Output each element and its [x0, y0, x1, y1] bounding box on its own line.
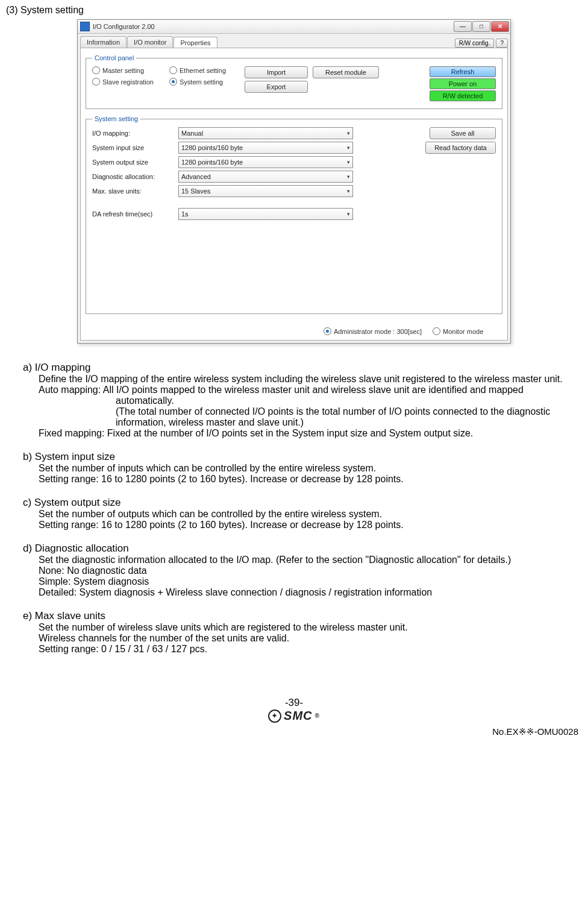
admin-mode-label: Administrator mode : 300[sec] [334, 328, 422, 335]
power-on-status: Power on [430, 78, 496, 89]
smc-logo-icon: ✦ [268, 710, 281, 723]
desc-a-fixed: Fixed mapping: Fixed at the number of I/… [39, 428, 582, 439]
control-panel-fieldset: Control panel Master setting Ethernet se… [86, 54, 502, 109]
reset-module-button[interactable]: Reset module [313, 66, 379, 78]
maximize-button[interactable]: □ [472, 21, 490, 32]
tabs-row: Information I/O monitor Properties R/W c… [78, 34, 510, 48]
radio-admin-mode[interactable]: Administrator mode : 300[sec] [324, 327, 422, 335]
radio-icon [324, 327, 331, 335]
tab-io-monitor[interactable]: I/O monitor [127, 36, 173, 48]
import-button[interactable]: Import [245, 66, 308, 78]
desc-b-title: b) System input size [23, 451, 582, 463]
radio-monitor-mode[interactable]: Monitor mode [433, 327, 499, 335]
window-title: I/O Configurator 2.00 [93, 23, 453, 30]
window-controls: — □ ✕ [453, 21, 509, 32]
system-input-size-dropdown[interactable]: 1280 points/160 byte [178, 142, 353, 154]
desc-d-p4: Detailed: System diagnosis + Wireless sl… [39, 587, 582, 598]
desc-e-p3: Setting range: 0 / 15 / 31 / 63 / 127 pc… [39, 644, 582, 655]
radio-label-text: System setting [180, 78, 223, 86]
app-window: I/O Configurator 2.00 — □ ✕ Information … [77, 19, 511, 344]
desc-c-p2: Setting range: 16 to 1280 points (2 to 1… [39, 520, 582, 530]
radio-system-setting[interactable]: System setting [169, 78, 236, 86]
document-number: No.EX※※-OMU0028 [6, 726, 578, 737]
desc-d-p2: None: No diagnostic data [39, 565, 582, 576]
save-all-button[interactable]: Save all [430, 127, 496, 139]
system-setting-fieldset: System setting I/O mapping: Manual Save … [86, 115, 502, 314]
desc-d-p1: Set the diagnostic information allocated… [39, 555, 582, 565]
titlebar: I/O Configurator 2.00 — □ ✕ [78, 20, 510, 34]
monitor-mode-label: Monitor mode [443, 328, 483, 335]
max-slave-units-label: Max. slave units: [92, 187, 174, 195]
desc-e-p1: Set the number of wireless slave units w… [39, 622, 582, 633]
system-output-size-dropdown[interactable]: 1280 points/160 byte [178, 156, 353, 168]
refresh-button[interactable]: Refresh [430, 66, 496, 77]
desc-a-p1: Define the I/O mapping of the entire wir… [39, 374, 582, 385]
section-heading: (3) System setting [6, 5, 582, 16]
radio-label-text: Slave registration [102, 78, 154, 86]
smc-logo: ✦ SMC® [268, 709, 320, 723]
radio-icon [169, 78, 177, 86]
max-slave-units-dropdown[interactable]: 15 Slaves [178, 185, 353, 197]
radio-master-setting[interactable]: Master setting [92, 66, 158, 74]
radio-label-text: Ethernet setting [180, 67, 226, 74]
da-refresh-time-label: DA refresh time(sec) [92, 210, 174, 218]
radio-slave-registration[interactable]: Slave registration [92, 78, 158, 86]
io-mapping-dropdown[interactable]: Manual [178, 127, 353, 139]
desc-a-title: a) I/O mapping [23, 362, 582, 374]
diagnostic-allocation-dropdown[interactable]: Advanced [178, 171, 353, 183]
desc-c-title: c) System output size [23, 497, 582, 509]
smc-logo-text: SMC [284, 709, 312, 723]
rw-detected-status: R/W detected [430, 90, 496, 101]
radio-ethernet-setting[interactable]: Ethernet setting [169, 66, 236, 74]
app-icon [80, 22, 90, 31]
desc-e-p2: Wireless channels for the number of the … [39, 633, 582, 644]
desc-a-auto: Auto mapping: All I/O points mapped to t… [39, 385, 582, 406]
system-output-size-label: System output size [92, 159, 174, 166]
desc-d-p3: Simple: System diagnosis [39, 576, 582, 587]
tab-information[interactable]: Information [80, 36, 127, 48]
close-button[interactable]: ✕ [491, 21, 509, 32]
rw-config-button[interactable]: R/W config. [455, 39, 495, 48]
desc-e-title: e) Max slave units [23, 610, 582, 622]
radio-icon [433, 327, 440, 335]
diagnostic-allocation-label: Diagnostic allocation: [92, 173, 174, 180]
footer: -39- ✦ SMC® [6, 697, 582, 723]
radio-label-text: Master setting [102, 67, 144, 74]
desc-c-p1: Set the number of outputs which can be c… [39, 509, 582, 520]
export-button[interactable]: Export [245, 81, 308, 93]
help-button[interactable]: ? [496, 39, 508, 48]
system-setting-legend: System setting [92, 115, 140, 122]
radio-icon [92, 66, 100, 74]
content-pane: Control panel Master setting Ethernet se… [80, 48, 508, 341]
desc-b-p2: Setting range: 16 to 1280 points (2 to 1… [39, 474, 582, 485]
tab-properties[interactable]: Properties [174, 37, 217, 48]
radio-icon [92, 78, 100, 86]
minimize-button[interactable]: — [454, 21, 472, 32]
desc-b-p1: Set the number of inputs which can be co… [39, 463, 582, 474]
io-mapping-label: I/O mapping: [92, 130, 174, 137]
page-number: -39- [6, 697, 582, 709]
desc-d-title: d) Diagnostic allocation [23, 543, 582, 555]
system-input-size-label: System input size [92, 144, 174, 151]
radio-icon [169, 66, 177, 74]
desc-a-auto2: (The total number of connected I/O point… [39, 406, 582, 428]
read-factory-data-button[interactable]: Read factory data [425, 142, 496, 154]
control-panel-legend: Control panel [92, 54, 136, 61]
mode-bar: Administrator mode : 300[sec] Monitor mo… [322, 326, 500, 336]
da-refresh-time-dropdown[interactable]: 1s [178, 208, 353, 220]
